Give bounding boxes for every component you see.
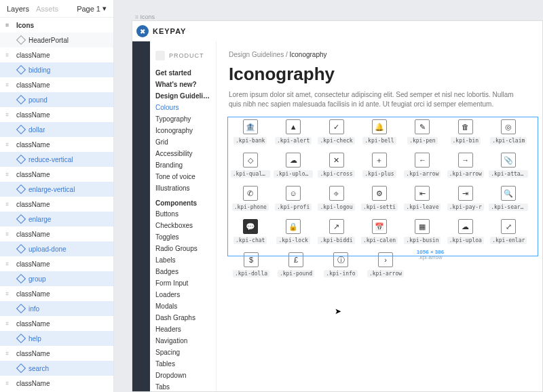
icon-grid[interactable]: 🏦.kpi-bank▲.kpi-alert✓.kpi-check🔔.kpi-be… — [229, 117, 530, 283]
icon-cell[interactable]: 🔔.kpi-bell — [358, 117, 400, 150]
nav-item[interactable]: Navigation — [155, 335, 210, 347]
layer-row[interactable]: ⌗className — [0, 137, 113, 152]
layer-row[interactable]: upload-done — [0, 241, 113, 256]
layers-list[interactable]: ⌗IconsHeaderPortal⌗classNamebidding⌗clas… — [0, 18, 113, 392]
icon-cell[interactable]: ✓.kpi-check — [315, 117, 358, 150]
nav-item[interactable]: Illustrations — [155, 182, 210, 194]
icon-cell[interactable]: ◎.kpi-claim — [487, 117, 530, 150]
icon-cell[interactable]: ✎.kpi-pen — [401, 117, 444, 150]
layer-row[interactable]: ⌗className — [0, 197, 113, 212]
icon-cell[interactable]: ⓘ.kpi-info — [318, 250, 363, 283]
tab-layers[interactable]: Layers — [7, 5, 29, 13]
nav-item[interactable]: Branding — [155, 159, 210, 171]
layer-label: info — [29, 305, 39, 313]
layer-row[interactable]: ⌗className — [0, 316, 113, 331]
layer-row[interactable]: pound — [0, 92, 113, 107]
layer-row[interactable]: enlarge-vertical — [0, 182, 113, 197]
nav-item[interactable]: Radio Groups — [155, 243, 210, 254]
breadcrumb[interactable]: Design Guidelines / Iconography — [229, 51, 530, 58]
nav-item[interactable]: Labels — [155, 254, 210, 266]
nav-item[interactable]: Design Guideline — [155, 90, 210, 102]
product-icon — [155, 51, 165, 60]
layer-label: help — [29, 335, 41, 342]
nav-item[interactable]: Badges — [155, 266, 210, 277]
nav-item[interactable]: Get started — [155, 67, 210, 79]
icon-cell[interactable]: ▦.kpi-busin — [401, 216, 444, 250]
canvas-area[interactable]: ⌗ Icons ✖ KEYPAY PRODUCT Get startedWhat… — [114, 0, 543, 392]
nav-item[interactable]: What's new? — [155, 79, 210, 90]
nav-item[interactable]: Buttons — [155, 208, 210, 220]
icon-cell[interactable]: ▲.kpi-alert — [272, 117, 314, 150]
nav-item[interactable]: Loaders — [155, 289, 210, 300]
frame-icon: ⌗ — [5, 52, 12, 59]
nav-item[interactable]: Spacing — [155, 347, 210, 358]
nav-item[interactable]: Colours — [155, 102, 210, 113]
icon-cell[interactable]: ↗.kpi-biddi — [315, 216, 358, 250]
icon-cell[interactable]: ›.kpi-arrow — [363, 250, 408, 283]
layer-row[interactable]: ⌗className — [0, 47, 113, 62]
layer-row[interactable]: ⌗className — [0, 77, 113, 92]
page-selector[interactable]: Page 1 ▾ — [77, 4, 107, 13]
layer-row[interactable]: HeaderPortal — [0, 33, 113, 47]
layer-row[interactable]: ⌗className — [0, 107, 113, 122]
layer-row[interactable]: reduce-vertical — [0, 152, 113, 167]
layer-row[interactable]: info — [0, 301, 113, 316]
icon-cell[interactable]: 🔒.kpi-lock — [272, 216, 314, 250]
layer-row[interactable]: ⌗Icons — [0, 18, 113, 33]
icon-cell[interactable]: ☁.kpi-uploa — [444, 216, 487, 250]
icon-cell[interactable]: ←.kpi-arrow — [401, 150, 444, 183]
nav-item[interactable]: Tone of voice — [155, 171, 210, 182]
icon-cell[interactable]: →.kpi-arrow — [444, 150, 487, 183]
layer-row[interactable]: ⌗className — [0, 346, 113, 361]
icon-cell[interactable]: £.kpi-pound — [274, 250, 318, 283]
icon-cell[interactable]: ✆.kpi-phone — [229, 183, 272, 216]
icon-cell[interactable]: ＋.kpi-plus — [358, 150, 400, 183]
layer-row[interactable]: ⌗className — [0, 256, 113, 271]
icon-cell[interactable]: $.kpi-dolla — [229, 250, 274, 283]
layer-row[interactable]: ⌗className — [0, 376, 113, 391]
layer-row[interactable]: ⌗className — [0, 167, 113, 182]
tab-assets[interactable]: Assets — [36, 5, 58, 13]
icon-cell[interactable]: ◇.kpi-qualit — [229, 150, 272, 183]
layer-row[interactable]: enlarge — [0, 212, 113, 227]
frame-icon: ⌗ — [5, 320, 12, 328]
icon-cell[interactable]: ⇥.kpi-pay-r — [444, 183, 487, 216]
nav-item[interactable]: Tabs — [155, 381, 210, 392]
layer-row[interactable]: search — [0, 361, 113, 376]
icon-cell[interactable]: 🔍.kpi-searcl — [487, 183, 530, 216]
nav-item[interactable]: Form Input — [155, 277, 210, 289]
icon-cell[interactable]: ⤢.kpi-enlar — [487, 216, 530, 250]
icon-glyph: 🔒 — [286, 219, 301, 234]
component-icon — [16, 65, 26, 75]
design-frame[interactable]: ✖ KEYPAY PRODUCT Get startedWhat's new?D… — [132, 20, 543, 392]
icon-cell[interactable]: ✕.kpi-cross — [315, 150, 358, 183]
nav-item[interactable]: Toggles — [155, 231, 210, 243]
icon-cell[interactable]: ⚙.kpi-setti — [358, 183, 400, 216]
component-icon — [16, 214, 26, 224]
icon-cell[interactable]: ☁.kpi-upload — [272, 150, 314, 183]
nav-item[interactable]: Headers — [155, 324, 210, 335]
nav-item[interactable]: Checkboxes — [155, 220, 210, 231]
icon-cell[interactable]: 🏦.kpi-bank — [229, 117, 272, 150]
layer-row[interactable]: dollar — [0, 122, 113, 137]
nav-item[interactable]: Dropdown — [155, 370, 210, 381]
icon-cell[interactable]: 📎.kpi-attacl — [487, 150, 530, 183]
nav-item[interactable]: Accessibility — [155, 148, 210, 159]
icon-cell[interactable]: 💬.kpi-chat — [229, 216, 272, 250]
layer-row[interactable]: ⌗className — [0, 227, 113, 241]
nav-item[interactable]: Modals — [155, 300, 210, 312]
layer-row[interactable]: ⌗className — [0, 286, 113, 301]
nav-item[interactable]: Tables — [155, 358, 210, 370]
layer-row[interactable]: bidding — [0, 62, 113, 77]
nav-item[interactable]: Dash Graphs — [155, 312, 210, 324]
nav-item[interactable]: Iconography — [155, 125, 210, 136]
nav-item[interactable]: Typography — [155, 113, 210, 125]
layer-row[interactable]: help — [0, 331, 113, 346]
layer-row[interactable]: group — [0, 271, 113, 286]
nav-item[interactable]: Grid — [155, 136, 210, 148]
icon-cell[interactable]: 🗑.kpi-bin — [444, 117, 487, 150]
icon-cell[interactable]: 📅.kpi-calen — [358, 216, 400, 250]
icon-cell[interactable]: ⇤.kpi-leave — [401, 183, 444, 216]
icon-cell[interactable]: ⎆.kpi-logou — [315, 183, 358, 216]
icon-cell[interactable]: ☺.kpi-profi — [272, 183, 314, 216]
